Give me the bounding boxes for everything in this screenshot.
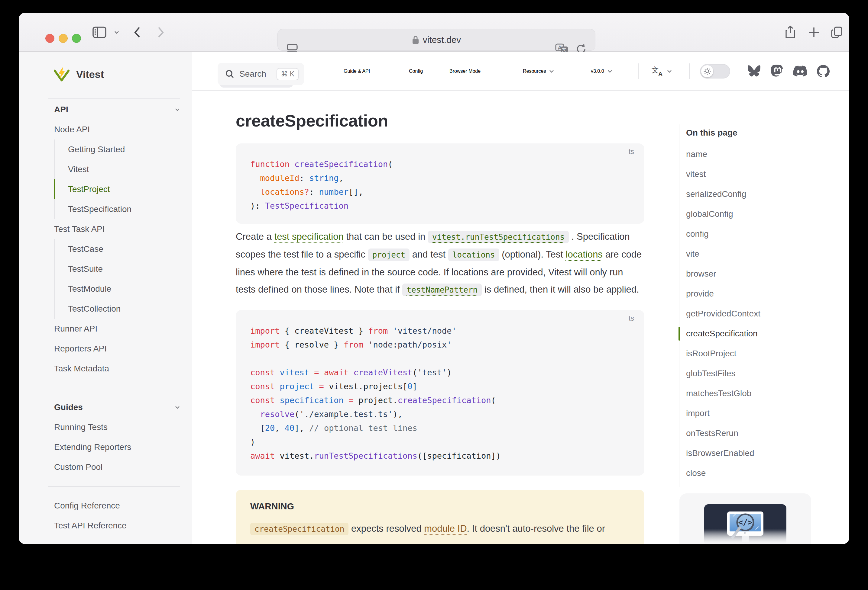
nav-item-v3-0-0[interactable]: v3.0.0 [591, 52, 613, 91]
sidebar-menu-chevron-icon[interactable] [111, 13, 123, 52]
text: and test [409, 249, 448, 260]
github-link[interactable] [816, 52, 830, 91]
text: is defined, then it will also be applied… [482, 284, 639, 295]
sidebar-item-testcase[interactable]: TestCase [54, 239, 192, 259]
outline-item-browser[interactable]: browser [686, 264, 830, 284]
description-paragraph: Create a test specification that can be … [236, 228, 644, 299]
search-label: Search [239, 69, 272, 79]
sidebar-item-label: Running Tests [54, 422, 108, 432]
traffic-light-zoom[interactable] [72, 34, 81, 43]
sidebar-item-label: TestSpecification [68, 205, 131, 214]
outline-item-import[interactable]: import [686, 403, 830, 423]
forward-button[interactable] [152, 13, 170, 52]
sidebar-section-api[interactable]: API [19, 100, 192, 119]
code-block-signature: tsfunction createSpecification( moduleId… [236, 143, 644, 224]
nav-item-resources[interactable]: Resources [523, 52, 554, 91]
sidebar-item-running-tests[interactable]: Running Tests [19, 417, 192, 437]
code-line: const project = vitest.projects[0] [250, 380, 630, 393]
svg-text:文: 文 [562, 47, 567, 52]
sidebar-item-custom-pool[interactable]: Custom Pool [19, 457, 192, 477]
text: expects resolved [348, 523, 424, 534]
sidebar-item-vitest[interactable]: Vitest [54, 159, 192, 180]
code-line [250, 352, 630, 366]
outline-item-matchestestglob[interactable]: matchesTestGlob [686, 384, 830, 403]
outline-item-close[interactable]: close [686, 463, 830, 483]
outline-item-createspecification[interactable]: createSpecification [686, 324, 830, 344]
sidebar-item-label: TestCase [68, 244, 103, 254]
outline-item-globtestfiles[interactable]: globTestFiles [686, 363, 830, 384]
code-line: import { resolve } from 'node:path/posix… [250, 338, 630, 352]
sidebar-item-label: Guides [54, 403, 83, 412]
bluesky-link[interactable] [747, 52, 761, 91]
search-button[interactable]: Search ⌘ K [218, 63, 304, 85]
sidebar-item-testsuite[interactable]: TestSuite [54, 259, 192, 279]
back-button[interactable] [128, 13, 146, 52]
outline: On this page namevitestserializedConfigg… [679, 124, 830, 487]
sidebar-item-label: Test API Reference [54, 521, 127, 531]
sidebar-item-test-api-reference[interactable]: Test API Reference [19, 516, 192, 536]
vitest-logo[interactable]: Vitest [54, 66, 104, 82]
sidebar-toggle-button[interactable] [89, 13, 110, 52]
outline-item-serializedconfig[interactable]: serializedConfig [686, 184, 830, 204]
sidebar-item-testspecification[interactable]: TestSpecification [54, 199, 192, 219]
sidebar-item-task-metadata[interactable]: Task Metadata [19, 359, 192, 379]
nav-item-config[interactable]: Config [409, 52, 423, 91]
outline-item-isrootproject[interactable]: isRootProject [686, 344, 830, 363]
theme-toggle[interactable] [700, 64, 730, 78]
share-button[interactable] [781, 13, 800, 52]
sidebar-item-testproject[interactable]: TestProject [54, 180, 192, 199]
outline-item-globalconfig[interactable]: globalConfig [686, 204, 830, 224]
sidebar-item-testmodule[interactable]: TestModule [54, 279, 192, 299]
inline-code-link[interactable]: testNamePattern [402, 284, 482, 296]
outline-item-isbrowserenabled[interactable]: isBrowserEnabled [686, 443, 830, 463]
nav-item-label: Guide & API [344, 69, 370, 74]
sidebar-item-test-task-api[interactable]: Test Task API [19, 219, 192, 239]
discord-link[interactable] [793, 52, 807, 91]
outline-item-name[interactable]: name [686, 144, 830, 164]
text-link[interactable]: test specification [275, 231, 344, 242]
traffic-light-minimize[interactable] [59, 34, 68, 43]
sidebar: Vitest APINode APIGetting StartedVitestT… [19, 52, 192, 544]
nav-item-label: Browser Mode [449, 69, 481, 74]
outline-item-provide[interactable]: provide [686, 284, 830, 304]
outline-item-getprovidedcontext[interactable]: getProvidedContext [686, 304, 830, 324]
warning-title: WARNING [250, 501, 630, 512]
address-bar[interactable]: vitest.dev A文 [278, 29, 595, 51]
chevron-down-icon [175, 405, 180, 410]
language-switcher[interactable]: 文A [650, 52, 672, 91]
text-link[interactable]: locations [566, 249, 603, 260]
tabs-overview-button[interactable] [828, 13, 846, 52]
chevron-down-icon [175, 107, 180, 112]
sidebar-item-node-api[interactable]: Node API [19, 119, 192, 140]
chevron-down-icon [607, 69, 613, 74]
outline-item-ontestsrerun[interactable]: onTestsRerun [686, 423, 830, 443]
sidebar-item-reporters-api[interactable]: Reporters API [19, 339, 192, 359]
inline-code: createSpecification [250, 523, 348, 536]
sidebar-item-label: Test Task API [54, 224, 105, 234]
nav-item-guide-api[interactable]: Guide & API [344, 52, 370, 91]
new-tab-button[interactable] [805, 13, 823, 52]
outline-item-config[interactable]: config [686, 224, 830, 244]
code-line: resolve('./example.test.ts'), [250, 407, 630, 421]
header-separator [638, 63, 639, 79]
outline-item-vite[interactable]: vite [686, 244, 830, 264]
sidebar-item-runner-api[interactable]: Runner API [19, 319, 192, 339]
svg-text:文: 文 [652, 66, 659, 74]
sidebar-item-getting-started[interactable]: Getting Started [54, 140, 192, 159]
mastodon-link[interactable] [770, 52, 783, 91]
nav-item-label: Resources [523, 69, 546, 74]
text-link[interactable]: module ID [424, 523, 466, 534]
code-line: ): TestSpecification [250, 199, 630, 213]
sidebar-item-testcollection[interactable]: TestCollection [54, 299, 192, 319]
inline-code-link[interactable]: vitest.runTestSpecifications [428, 231, 569, 243]
sidebar-item-extending-reporters[interactable]: Extending Reporters [19, 437, 192, 457]
nav-item-browser-mode[interactable]: Browser Mode [449, 52, 481, 91]
sidebar-item-label: TestSuite [68, 264, 103, 274]
code-line: const specification = project.createSpec… [250, 393, 630, 407]
sidebar-section-guides[interactable]: Guides [19, 397, 192, 417]
search-icon [225, 69, 235, 79]
outline-item-vitest[interactable]: vitest [686, 164, 830, 184]
sidebar-item-config-reference[interactable]: Config Reference [19, 496, 192, 516]
traffic-light-close[interactable] [45, 34, 55, 43]
sponsor-card[interactable]: </> [679, 493, 811, 544]
